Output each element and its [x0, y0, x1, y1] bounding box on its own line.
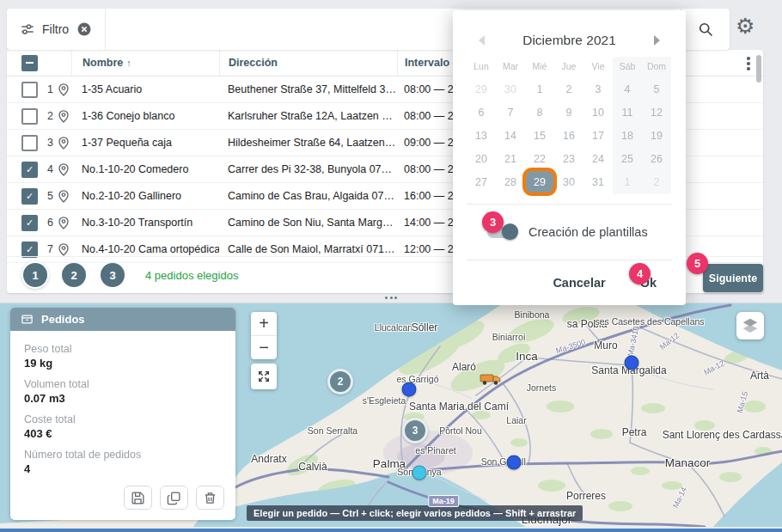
next-month-icon[interactable] [651, 34, 662, 46]
calendar-day[interactable]: 11 [613, 101, 642, 124]
divider [467, 204, 672, 205]
row-number: 7 [47, 243, 53, 255]
calendar-day[interactable]: 17 [583, 124, 613, 147]
save-button[interactable] [124, 486, 152, 510]
calendar-day[interactable]: 12 [642, 101, 671, 124]
layers-button[interactable] [736, 312, 764, 339]
calendar-day-selected[interactable]: 29 [526, 171, 553, 193]
calendar-day[interactable]: 13 [467, 124, 496, 147]
order-address: Beuthener Straße 37, Mittelfeld 305... [219, 83, 397, 95]
annotation-badge-4: 4 [629, 263, 651, 284]
calendar-day[interactable]: 22 [525, 147, 554, 170]
calendar-day[interactable]: 4 [613, 77, 642, 101]
row-select-cell: 2 [7, 108, 71, 125]
map-order-marker[interactable] [412, 466, 427, 480]
calendar-day[interactable]: 28 [496, 170, 525, 193]
calendar-day[interactable]: 31 [583, 170, 613, 193]
calendar-day[interactable]: 6 [467, 101, 496, 124]
page-button-3[interactable]: 3 [101, 263, 125, 287]
row-number: 3 [47, 137, 53, 149]
calendar-day[interactable]: 10 [583, 101, 613, 124]
select-all-checkbox[interactable] [21, 55, 38, 71]
calendar-day[interactable]: 23 [554, 147, 583, 170]
annotation-badge-5: 5 [687, 253, 708, 274]
cancel-button[interactable]: Cancelar [553, 276, 605, 290]
calendar-day[interactable]: 29 [467, 77, 496, 101]
map-cluster-marker[interactable]: 3 [402, 418, 428, 443]
map-pin-icon [58, 243, 69, 256]
calendar-day[interactable]: 26 [642, 147, 671, 170]
clear-filter-icon[interactable] [76, 21, 92, 37]
stat-label: Número total de pedidos [24, 448, 222, 462]
calendar-day[interactable]: 16 [554, 124, 583, 147]
settings-gear-icon[interactable]: ⚙ [736, 15, 755, 37]
calendar-day[interactable]: 18 [613, 124, 642, 147]
row-select-cell: 4 [7, 162, 71, 178]
row-checkbox[interactable] [21, 188, 38, 205]
row-number: 5 [47, 190, 53, 202]
row-select-cell: 3 [7, 135, 71, 151]
row-select-cell: 1 [7, 82, 71, 98]
stat-label: Volumen total [24, 377, 222, 391]
calendar-day[interactable]: 7 [496, 101, 525, 124]
siguiente-button[interactable]: Siguiente [703, 264, 763, 292]
map-order-marker[interactable] [402, 382, 417, 397]
table-scrollbar-thumb[interactable] [756, 55, 761, 83]
map-cluster-marker[interactable]: 2 [327, 369, 353, 394]
zoom-out-button[interactable]: − [251, 336, 277, 359]
order-address: Carrer des Pi 32-38, Bunyola 07110,... [219, 163, 397, 175]
row-checkbox[interactable] [21, 162, 38, 178]
column-header-nombre[interactable]: Nombre ↑ [71, 50, 219, 76]
calendar-day[interactable]: 3 [583, 77, 613, 101]
row-number: 6 [47, 217, 53, 229]
row-checkbox[interactable] [21, 135, 38, 151]
column-header-direccion[interactable]: Dirección [219, 50, 397, 76]
row-checkbox[interactable] [21, 82, 38, 98]
row-checkbox[interactable] [21, 108, 38, 125]
calendar-day[interactable]: 27 [467, 170, 496, 193]
pane-splitter-handle[interactable] [381, 295, 401, 300]
calendar-day[interactable]: 5 [642, 77, 671, 101]
weekday-label: Sáb [613, 58, 642, 74]
order-address: Hildesheimer Straße 64, Laatzen 30... [219, 137, 397, 149]
map-pin-icon [58, 137, 69, 150]
weekday-label: Mar [496, 58, 525, 74]
zoom-in-button[interactable]: + [251, 312, 277, 336]
copy-button[interactable] [160, 486, 188, 510]
calendar-day[interactable]: 30 [554, 170, 583, 193]
calendar-day[interactable]: 1 [525, 77, 554, 101]
filter-button[interactable]: Filtro [7, 9, 106, 50]
row-checkbox[interactable] [21, 215, 38, 231]
calendar-day[interactable]: 25 [613, 147, 642, 170]
vehicle-truck-icon[interactable] [480, 372, 502, 386]
page-button-1[interactable]: 1 [23, 263, 47, 287]
calendar-day[interactable]: 24 [583, 147, 613, 170]
map-pin-icon [58, 163, 69, 176]
summary-title: Pedidos [41, 313, 85, 326]
road-shield-ma19: Ma-19 [428, 495, 459, 507]
calendar-day[interactable]: 14 [496, 124, 525, 147]
prev-month-icon[interactable] [477, 34, 487, 46]
sort-ascending-icon: ↑ [126, 58, 131, 68]
calendar-day[interactable]: 1 [613, 170, 642, 193]
orders-summary-panel: Pedidos Peso total19 kgVolumen total0.07… [10, 308, 235, 520]
map-order-marker[interactable] [625, 356, 639, 370]
order-name: 1-37 Pequeña caja [71, 137, 219, 149]
calendar-day[interactable]: 20 [467, 147, 496, 170]
calendar-day[interactable]: 30 [496, 77, 525, 101]
page-button-2[interactable]: 2 [62, 263, 86, 287]
calendar-day[interactable]: 21 [496, 147, 525, 170]
row-checkbox[interactable] [21, 242, 38, 258]
map-order-marker[interactable] [507, 456, 522, 470]
calendar-day[interactable]: 2 [642, 170, 671, 193]
calendar-day[interactable]: 19 [642, 124, 671, 147]
delete-button[interactable] [196, 486, 224, 510]
calendar-day[interactable]: 15 [525, 124, 554, 147]
datepicker-header: Diciembre 2021 [467, 31, 672, 50]
calendar-day[interactable]: 2 [554, 77, 583, 101]
fullscreen-button[interactable] [251, 364, 277, 389]
calendar-day[interactable]: 9 [554, 101, 583, 124]
table-menu-kebab-icon[interactable] [742, 56, 755, 71]
search-button[interactable] [681, 9, 730, 50]
calendar-day[interactable]: 8 [525, 101, 554, 124]
